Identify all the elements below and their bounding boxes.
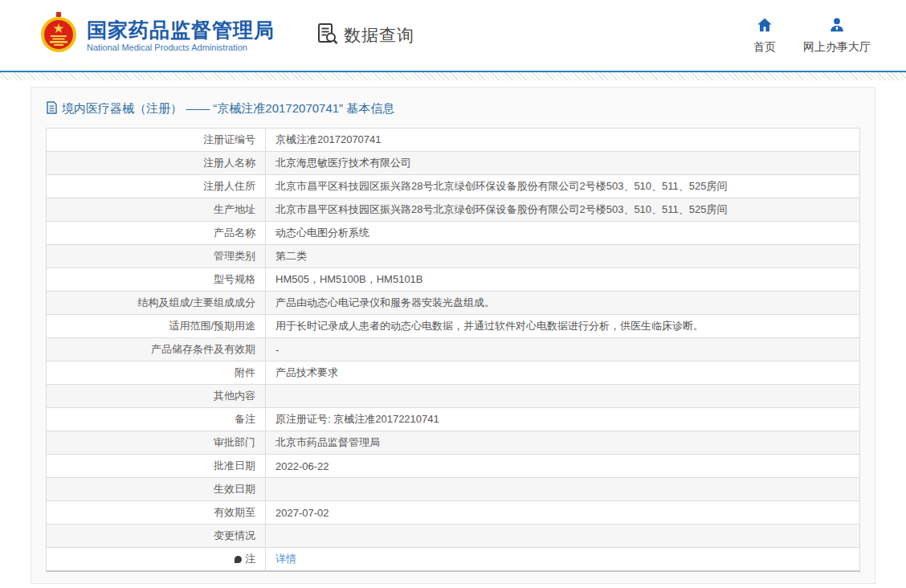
row-label: 注 [47,548,266,571]
row-value: 北京市药品监督管理局 [266,431,860,455]
row-label: 管理类别 [47,245,266,268]
row-label: 结构及组成/主要组成成分 [47,292,266,315]
data-query-label: 数据查询 [344,24,414,47]
row-value: 原注册证号: 京械注准20172210741 [266,408,860,431]
row-label: 生产地址 [47,198,266,222]
table-row: 结构及组成/主要组成成分产品由动态心电记录仪和服务器安装光盘组成。 [47,292,860,315]
row-value: 北京海思敏医疗技术有限公司 [266,152,860,175]
row-label: 型号规格 [47,268,266,292]
table-row: 备注原注册证号: 京械注准20172210741 [47,408,860,431]
row-label: 注册人住所 [47,175,266,198]
user-icon [828,16,846,37]
row-value: - [266,338,860,361]
row-label: 注册人名称 [47,152,266,175]
registration-info-table: 注册证编号京械注准20172070741注册人名称北京海思敏医疗技术有限公司注册… [46,128,860,572]
table-row: 产品储存条件及有效期- [47,338,860,361]
row-value: 产品由动态心电记录仪和服务器安装光盘组成。 [266,292,860,315]
row-label: 有效期至 [47,501,266,525]
row-label: 审批部门 [47,431,266,455]
table-row: 批准日期2022-06-22 [47,455,860,478]
header-nav: 首页 网上办事大厅 [753,16,871,55]
row-label: 备注 [47,408,266,431]
nav-item-service-hall[interactable]: 网上办事大厅 [803,16,871,55]
table-row: 产品名称动态心电图分析系统 [47,222,860,245]
row-label: 变更情况 [47,525,266,548]
row-value: 北京市昌平区科技园区振兴路28号北京绿创环保设备股份有限公司2号楼503、510… [266,175,860,198]
row-label: 产品储存条件及有效期 [47,338,266,361]
row-value [266,385,860,408]
row-value: 详情 [266,548,860,571]
detail-link[interactable]: 详情 [275,553,296,565]
row-value: 用于长时记录成人患者的动态心电数据，并通过软件对心电数据进行分析，供医生临床诊断… [266,315,860,338]
table-row: 注册人住所北京市昌平区科技园区振兴路28号北京绿创环保设备股份有限公司2号楼50… [47,175,860,198]
home-icon [756,16,773,37]
row-value [266,478,860,501]
main-content: 境内医疗器械（注册） —— “京械注准20172070741” 基本信息 注册证… [0,87,906,584]
site-header: 国家药品监督管理局 National Medical Products Admi… [0,0,906,71]
page-title: 境内医疗器械（注册） —— “京械注准20172070741” 基本信息 [47,101,860,116]
row-value: 2022-06-22 [266,455,860,478]
row-label: 注册证编号 [47,129,266,152]
table-row: 审批部门北京市药品监督管理局 [47,431,860,455]
nmpa-logo[interactable]: 国家药品监督管理局 National Medical Products Admi… [40,12,275,59]
row-label: 产品名称 [47,222,266,245]
row-value: 第二类 [266,245,860,268]
row-value: 动态心电图分析系统 [266,222,860,245]
document-icon [47,101,57,116]
table-row: 注详情 [47,548,860,571]
row-value: 北京市昌平区科技园区振兴路28号北京绿创环保设备股份有限公司2号楼503、510… [266,198,860,222]
table-row: 注册证编号京械注准20172070741 [47,129,860,152]
table-row: 适用范围/预期用途用于长时记录成人患者的动态心电数据，并通过软件对心电数据进行分… [47,315,860,338]
info-table-body: 注册证编号京械注准20172070741注册人名称北京海思敏医疗技术有限公司注册… [47,129,860,571]
note-balloon-icon [235,556,242,563]
table-row: 注册人名称北京海思敏医疗技术有限公司 [47,152,860,175]
row-label: 批准日期 [47,455,266,478]
page-title-text: 境内医疗器械（注册） —— “京械注准20172070741” 基本信息 [62,101,394,116]
national-emblem-icon [40,12,77,59]
row-value: 京械注准20172070741 [266,129,860,152]
row-label: 附件 [47,361,266,385]
table-row: 有效期至2027-07-02 [47,501,860,525]
row-label: 适用范围/预期用途 [47,315,266,338]
row-value [266,525,860,548]
row-label: 生效日期 [47,478,266,501]
table-row: 变更情况 [47,525,860,548]
data-query-entry[interactable]: 数据查询 [316,22,414,48]
row-value: 产品技术要求 [266,361,860,385]
content-card: 境内医疗器械（注册） —— “京械注准20172070741” 基本信息 注册证… [31,87,875,584]
row-value: 2027-07-02 [266,501,860,525]
nav-home-label: 首页 [753,40,776,55]
table-row: 附件产品技术要求 [47,361,860,385]
row-value: HM505，HM5100B，HM5101B [266,268,860,292]
table-row: 生产地址北京市昌平区科技园区振兴路28号北京绿创环保设备股份有限公司2号楼503… [47,198,860,222]
nav-item-home[interactable]: 首页 [753,16,776,55]
table-row: 型号规格HM505，HM5100B，HM5101B [47,268,860,292]
table-row: 其他内容 [47,385,860,408]
row-label: 其他内容 [47,385,266,408]
brand-title-cn: 国家药品监督管理局 [87,18,275,42]
brand-title-en: National Medical Products Administration [87,43,275,52]
nav-service-hall-label: 网上办事大厅 [803,40,871,55]
table-row: 生效日期 [47,478,860,501]
document-search-icon [316,22,339,48]
table-row: 管理类别第二类 [47,245,860,268]
hatch-strip [0,72,906,80]
